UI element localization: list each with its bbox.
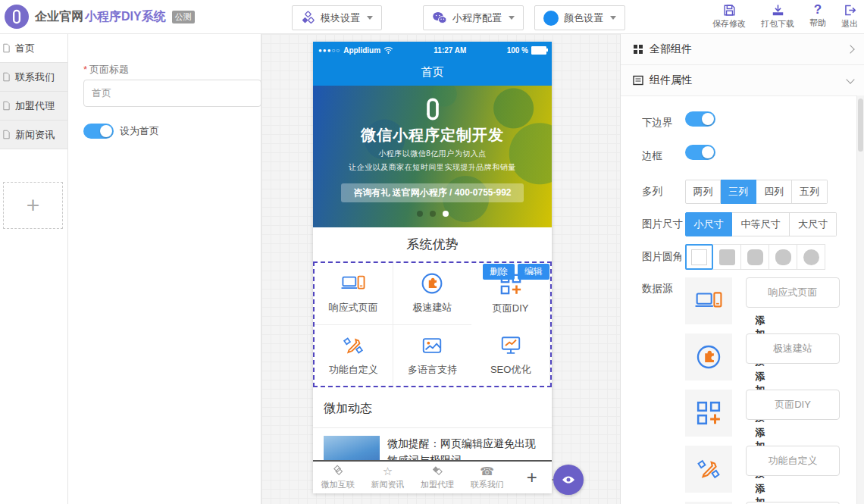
sidebar-item-agency[interactable]: 加盟代理	[0, 92, 67, 121]
puzzle-icon	[421, 272, 443, 295]
exit-button[interactable]: 退出	[841, 3, 858, 30]
carousel-dot[interactable]	[430, 211, 436, 217]
header-actions: 保存修改 打包下载 ? 帮助 退出	[712, 3, 858, 30]
page-icon	[2, 72, 11, 82]
pencil-icon	[685, 446, 732, 493]
sidebar-item-news[interactable]: 新闻资讯	[0, 121, 67, 149]
advantages-grid-selected[interactable]: 删除 编辑 响应式页面 极速建站 页面DIY 功能自定义	[313, 261, 552, 387]
border-label: 边框	[642, 149, 662, 163]
add-link-button[interactable]: 添加链接	[746, 482, 772, 504]
hero-subtitle-1: 小程序以微信8亿用户为切入点	[313, 149, 552, 159]
tab-add-button[interactable]: +	[512, 462, 553, 493]
app-root: 企业官网 小程序DIY系统 公测 模块设置 小程序配置 颜色设置	[0, 0, 864, 504]
save-icon	[722, 3, 737, 17]
required-mark: *	[83, 64, 87, 75]
save-button[interactable]: 保存修改	[712, 3, 746, 30]
phone-tab-bar: 微加互联 ☆ 新闻资讯 加盟代理 ☎ 联系我们 +	[313, 460, 552, 493]
wifi-icon	[383, 46, 393, 54]
datasource-title-input[interactable]	[746, 390, 840, 420]
add-page-button[interactable]: +	[3, 182, 63, 229]
all-components-header[interactable]: 全部组件	[621, 34, 864, 65]
advantage-item-responsive[interactable]: 响应式页面	[315, 263, 393, 325]
advantages-section-title: 系统优势	[313, 227, 552, 261]
phone-icon: ☎	[480, 465, 494, 477]
page-item-label: 新闻资讯	[15, 128, 55, 142]
tab-news[interactable]: ☆ 新闻资讯	[363, 462, 413, 493]
chevron-down-icon	[509, 16, 515, 20]
miniprogram-logo-icon	[420, 96, 446, 122]
page-title-label: *页面标题	[83, 63, 129, 77]
columns-option-5[interactable]: 五列	[792, 180, 828, 204]
datasource-title-input[interactable]	[746, 277, 840, 308]
bottom-border-toggle[interactable]	[685, 111, 715, 127]
set-home-toggle[interactable]	[83, 124, 114, 139]
border-toggle[interactable]	[685, 145, 715, 160]
page-item-label: 首页	[15, 42, 35, 55]
advantage-item-multilang[interactable]: 多语言支持	[393, 325, 472, 387]
tab-contact[interactable]: ☎ 联系我们	[462, 462, 512, 493]
advantage-item-fastbuild[interactable]: 极速建站	[393, 263, 472, 325]
datasource-title-input[interactable]	[746, 333, 840, 364]
hero-title: 微信小程序定制开发	[313, 125, 552, 146]
sidebar-item-home[interactable]: 首页	[0, 34, 67, 63]
columns-option-2[interactable]: 两列	[685, 180, 721, 204]
miniprogram-config-menu[interactable]: 小程序配置	[423, 5, 524, 30]
carousel-dot-active[interactable]	[443, 211, 449, 217]
pages-sidebar: 首页 联系我们 加盟代理 新闻资讯 +	[0, 34, 68, 504]
tags-icon	[331, 465, 345, 477]
img-size-large[interactable]: 大尺寸	[790, 212, 837, 236]
puzzle-icon	[685, 333, 732, 380]
page-icon	[2, 43, 11, 53]
datasource-label: 数据源	[642, 282, 673, 296]
editor-canvas: ●●●○○ Applidium 11:27 AM 100 % 首页 微信小程序定…	[261, 34, 620, 504]
inspector-body: 下边界 边框 多列 两列 三列 四列 五列 图片尺寸 小尺寸 中等尺寸 大尺寸 …	[621, 95, 856, 504]
set-home-label: 设为首页	[120, 124, 159, 138]
battery-percent: 100 %	[507, 46, 528, 55]
component-props-header[interactable]: 组件属性	[621, 65, 864, 96]
page-title-input[interactable]	[83, 80, 261, 107]
img-radius-label: 图片圆角	[642, 250, 683, 264]
color-settings-label: 颜色设置	[564, 11, 603, 25]
advantage-item-custom[interactable]: 功能自定义	[315, 325, 393, 387]
brand: 企业官网 小程序DIY系统 公测	[5, 5, 195, 29]
tab-agency[interactable]: 加盟代理	[412, 462, 462, 493]
pencil-icon	[342, 334, 365, 357]
inspector-scrollbar[interactable]	[856, 95, 864, 504]
hero-banner[interactable]: 微信小程序定制开发 小程序以微信8亿用户为切入点 让企业以及商家在短时间里实现提…	[313, 86, 552, 227]
scrollbar-thumb[interactable]	[858, 99, 863, 152]
radius-option-square-selected[interactable]	[685, 244, 713, 270]
hero-cta-button[interactable]: 咨询有礼 送官网小程序 / 400-0755-992	[341, 183, 523, 202]
advantage-item-seo[interactable]: SEO优化	[471, 325, 550, 387]
sidebar-item-contact[interactable]: 联系我们	[0, 63, 67, 92]
img-size-medium[interactable]: 中等尺寸	[732, 212, 790, 236]
edit-component-button[interactable]: 编辑	[518, 264, 549, 280]
components-grid-icon	[633, 44, 643, 55]
module-settings-menu[interactable]: 模块设置	[292, 5, 382, 30]
download-button[interactable]: 打包下载	[761, 3, 794, 30]
wechat-icon	[432, 11, 447, 26]
radius-option-circle[interactable]	[797, 244, 825, 270]
miniprogram-config-label: 小程序配置	[452, 11, 502, 25]
img-size-label: 图片尺寸	[642, 218, 683, 231]
battery-icon	[531, 46, 546, 55]
columns-option-4[interactable]: 四列	[756, 180, 792, 204]
columns-option-3-selected[interactable]: 三列	[721, 180, 756, 204]
app-title-suffix: 小程序DIY系统	[85, 9, 166, 25]
page-item-label: 加盟代理	[15, 99, 55, 113]
radius-option-md[interactable]	[741, 244, 769, 270]
help-button[interactable]: ? 帮助	[809, 3, 826, 30]
color-settings-menu[interactable]: 颜色设置	[534, 5, 625, 30]
radius-option-sm[interactable]	[713, 244, 741, 270]
page-item-label: 联系我们	[15, 70, 55, 84]
cubes-icon	[301, 11, 315, 25]
carousel-dot[interactable]	[417, 211, 423, 217]
delete-component-button[interactable]: 删除	[483, 264, 515, 280]
chevron-down-icon	[846, 75, 854, 83]
radius-option-lg[interactable]	[769, 244, 797, 270]
tab-weijia[interactable]: 微加互联	[313, 462, 363, 493]
preview-eye-button[interactable]	[553, 465, 584, 495]
datasource-title-input[interactable]	[746, 446, 840, 476]
img-size-small-selected[interactable]: 小尺寸	[685, 212, 732, 236]
img-size-segmented: 小尺寸 中等尺寸 大尺寸	[685, 212, 837, 236]
props-list-icon	[633, 75, 643, 86]
